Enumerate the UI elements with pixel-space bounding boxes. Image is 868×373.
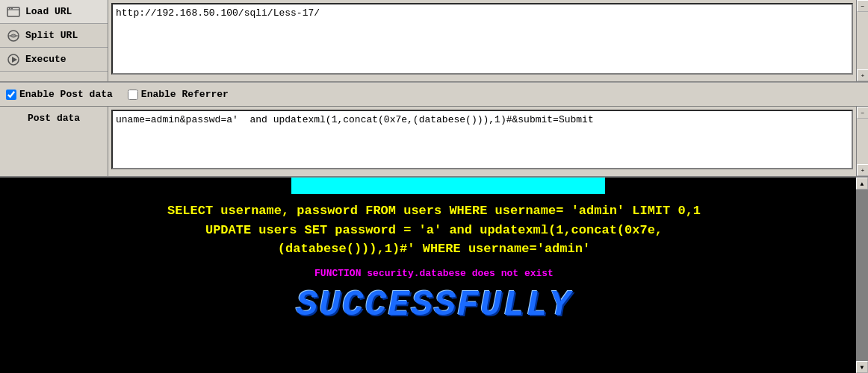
url-row: Load URL Split URL: [0, 0, 868, 82]
split-url-icon: [6, 28, 21, 43]
svg-point-2: [11, 7, 13, 9]
cyan-bar: [291, 178, 605, 194]
load-url-icon: [6, 4, 21, 19]
split-url-button[interactable]: Split URL: [0, 24, 108, 48]
url-scroll-plus[interactable]: +: [857, 69, 868, 81]
success-output: SUCCESSFULLY: [0, 282, 868, 328]
postdata-label: Post data: [0, 107, 108, 176]
postdata-scrollbar: − +: [856, 107, 868, 176]
output-panel: SELECT username, password FROM users WHE…: [0, 178, 868, 373]
url-area: http://192.168.50.100/sqli/Less-17/: [108, 0, 856, 81]
url-scroll-minus[interactable]: −: [857, 0, 868, 12]
split-url-label: Split URL: [25, 30, 78, 41]
enable-post-data-label[interactable]: Enable Post data: [6, 89, 113, 100]
toolbar-buttons: Load URL Split URL: [0, 0, 108, 81]
enable-referrer-checkbox[interactable]: [128, 90, 138, 100]
sql-line3: (databese())),1)#' WHERE username='admin…: [15, 239, 853, 259]
svg-marker-6: [12, 57, 17, 63]
postdata-section: Post data uname=admin&passwd=a' and upda…: [0, 106, 868, 176]
error-output: FUNCTION security.databese does not exis…: [0, 262, 868, 282]
svg-point-1: [9, 7, 10, 9]
postdata-scroll-plus[interactable]: +: [857, 164, 868, 176]
app-window: Load URL Split URL: [0, 0, 868, 373]
execute-icon: [6, 52, 21, 67]
output-scroll-up[interactable]: ▲: [856, 178, 868, 189]
load-url-button[interactable]: Load URL: [0, 0, 108, 24]
load-url-label: Load URL: [25, 6, 72, 17]
sql-output: SELECT username, password FROM users WHE…: [0, 194, 868, 262]
execute-button[interactable]: Execute: [0, 48, 108, 72]
postdata-scroll-minus[interactable]: −: [857, 107, 868, 119]
execute-label: Execute: [25, 54, 66, 65]
postdata-input[interactable]: uname=admin&passwd=a' and updatexml(1,co…: [111, 110, 853, 169]
url-input[interactable]: http://192.168.50.100/sqli/Less-17/: [111, 3, 853, 75]
sql-line2: UPDATE users SET password = 'a' and upda…: [15, 221, 853, 240]
enable-referrer-label[interactable]: Enable Referrer: [128, 89, 229, 100]
url-scrollbar: − +: [856, 0, 868, 81]
enable-post-data-checkbox[interactable]: [6, 90, 16, 100]
postdata-textarea-wrap: uname=admin&passwd=a' and updatexml(1,co…: [108, 107, 856, 176]
enable-referrer-text: Enable Referrer: [141, 89, 229, 100]
options-row: Enable Post data Enable Referrer: [0, 82, 868, 106]
top-panel: Load URL Split URL: [0, 0, 868, 178]
sql-line1: SELECT username, password FROM users WHE…: [15, 201, 853, 221]
output-scrollbar: ▲ ▼: [856, 178, 868, 373]
enable-post-data-text: Enable Post data: [19, 89, 113, 100]
output-scroll-down[interactable]: ▼: [856, 361, 868, 373]
